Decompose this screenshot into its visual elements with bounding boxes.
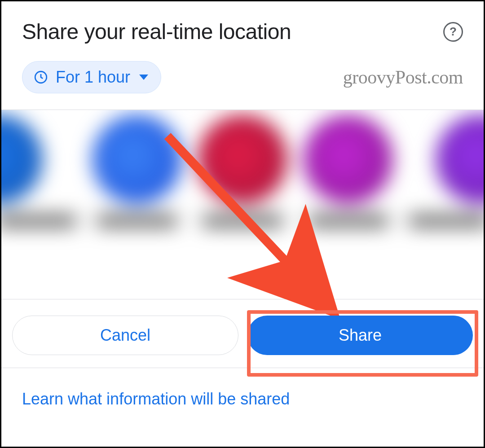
share-button[interactable]: Share — [247, 316, 473, 355]
share-location-dialog: Share your real-time location ? For 1 ho… — [0, 0, 485, 448]
duration-chip-label: For 1 hour — [56, 68, 130, 87]
help-icon[interactable]: ? — [443, 22, 463, 42]
watermark-text: groovyPost.com — [343, 66, 463, 88]
blurred-contacts — [1, 110, 484, 299]
duration-chip[interactable]: For 1 hour — [22, 61, 161, 93]
chevron-down-icon — [139, 75, 148, 80]
duration-row: For 1 hour groovyPost.com — [1, 53, 484, 107]
contacts-carousel[interactable] — [1, 110, 484, 299]
dialog-footer: Learn what information will be shared — [1, 368, 484, 408]
dialog-header: Share your real-time location ? — [1, 1, 484, 53]
cancel-button[interactable]: Cancel — [12, 316, 238, 355]
learn-more-link[interactable]: Learn what information will be shared — [22, 376, 290, 408]
action-row: Cancel Share — [1, 299, 484, 368]
dialog-title: Share your real-time location — [22, 19, 291, 44]
clock-icon — [33, 70, 48, 85]
